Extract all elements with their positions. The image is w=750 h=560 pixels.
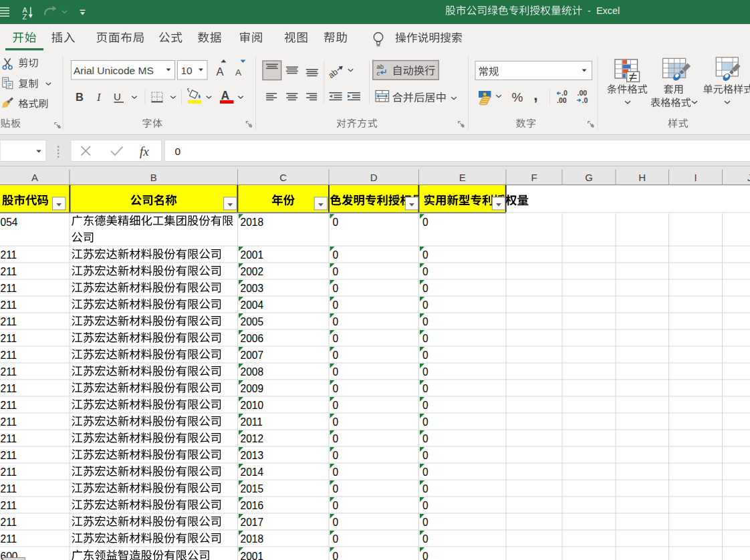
- svg-text:2017: 2017: [241, 517, 264, 528]
- svg-text:211: 211: [1, 483, 17, 495]
- svg-text:0: 0: [422, 483, 428, 495]
- svg-text:I: I: [694, 172, 697, 183]
- svg-text:F: F: [531, 172, 537, 183]
- svg-text:2002: 2002: [241, 266, 264, 277]
- svg-text:A: A: [31, 172, 38, 183]
- svg-text:0: 0: [333, 299, 339, 311]
- svg-text:H: H: [638, 172, 646, 183]
- svg-text:0: 0: [333, 551, 339, 560]
- svg-text:0: 0: [333, 366, 339, 378]
- svg-text:- Excel: - Excel: [588, 5, 620, 16]
- svg-text:0: 0: [333, 533, 339, 545]
- svg-text:2010: 2010: [241, 400, 264, 411]
- svg-text:0: 0: [333, 483, 339, 495]
- svg-text:211: 211: [1, 366, 17, 378]
- svg-text:Z: Z: [23, 13, 27, 21]
- svg-text:2016: 2016: [241, 500, 264, 511]
- svg-text:0: 0: [333, 333, 339, 344]
- svg-text:0: 0: [333, 316, 339, 327]
- svg-text:0: 0: [333, 216, 339, 227]
- svg-text:0: 0: [422, 400, 428, 411]
- svg-text:0: 0: [333, 450, 339, 461]
- svg-text:211: 211: [1, 316, 17, 327]
- svg-text:0: 0: [333, 266, 339, 277]
- svg-text:211: 211: [1, 383, 17, 394]
- svg-text:2015: 2015: [241, 483, 264, 495]
- svg-text:2003: 2003: [241, 283, 264, 294]
- svg-text:2009: 2009: [241, 383, 264, 394]
- svg-text:0: 0: [333, 466, 339, 478]
- svg-text:211: 211: [1, 266, 17, 277]
- svg-text:0: 0: [422, 450, 428, 461]
- svg-text:0: 0: [422, 416, 428, 428]
- svg-text:211: 211: [1, 333, 17, 344]
- svg-text:0: 0: [422, 316, 428, 327]
- svg-text:0: 0: [422, 249, 428, 261]
- svg-text:2007: 2007: [241, 349, 264, 361]
- svg-text:Arial Unicode MS: Arial Unicode MS: [74, 65, 154, 76]
- svg-text:D: D: [370, 172, 378, 183]
- svg-text:2018: 2018: [241, 533, 264, 545]
- svg-text:0: 0: [333, 349, 339, 361]
- svg-text:211: 211: [1, 500, 17, 511]
- svg-text:0: 0: [333, 383, 339, 394]
- svg-text:0: 0: [333, 283, 339, 294]
- svg-text:211: 211: [1, 533, 17, 545]
- svg-text:211: 211: [1, 400, 17, 411]
- svg-text:2001: 2001: [241, 551, 264, 560]
- svg-text:10: 10: [181, 65, 193, 76]
- svg-text:0: 0: [422, 517, 428, 528]
- svg-text:J: J: [747, 172, 750, 183]
- svg-text:0: 0: [422, 266, 428, 277]
- svg-text:0: 0: [422, 533, 428, 545]
- svg-text:2008: 2008: [241, 366, 264, 378]
- svg-text:c: c: [377, 69, 380, 77]
- svg-text:A: A: [217, 65, 224, 78]
- svg-text:211: 211: [1, 433, 17, 444]
- svg-text:0: 0: [333, 500, 339, 511]
- svg-text:0: 0: [422, 433, 428, 444]
- svg-text:0: 0: [422, 466, 428, 478]
- svg-text:0: 0: [422, 283, 428, 294]
- svg-text:2018: 2018: [241, 216, 264, 227]
- svg-text:G: G: [585, 172, 593, 183]
- svg-text:,: ,: [533, 86, 538, 104]
- svg-text:0: 0: [333, 400, 339, 411]
- svg-text:2012: 2012: [241, 433, 264, 444]
- svg-text:211: 211: [1, 249, 17, 261]
- svg-text:0: 0: [422, 500, 428, 511]
- svg-text:2005: 2005: [241, 316, 264, 327]
- svg-text:fx: fx: [140, 144, 149, 158]
- svg-text:2006: 2006: [241, 333, 264, 344]
- svg-text:2001: 2001: [241, 249, 264, 261]
- svg-text:U: U: [114, 91, 121, 102]
- svg-text:0: 0: [333, 517, 339, 528]
- svg-text:2014: 2014: [241, 466, 264, 478]
- svg-text:0: 0: [422, 383, 428, 394]
- svg-text:0: 0: [333, 433, 339, 444]
- svg-text:0: 0: [333, 416, 339, 428]
- svg-text:0: 0: [422, 551, 428, 560]
- svg-text:.00: .00: [557, 96, 567, 104]
- svg-text:0: 0: [422, 333, 428, 344]
- svg-text:.0: .0: [582, 96, 588, 104]
- svg-text:B: B: [76, 91, 84, 103]
- svg-text:2013: 2013: [241, 450, 264, 461]
- svg-text:211: 211: [1, 283, 17, 294]
- svg-text:%: %: [512, 90, 523, 104]
- svg-text:0: 0: [422, 366, 428, 378]
- svg-text:2004: 2004: [241, 299, 264, 311]
- svg-text:E: E: [459, 172, 466, 183]
- svg-text:211: 211: [1, 416, 17, 428]
- svg-text:211: 211: [1, 450, 17, 461]
- svg-text:2011: 2011: [241, 416, 263, 428]
- svg-text:C: C: [279, 172, 287, 183]
- svg-text:211: 211: [1, 349, 17, 361]
- svg-text:211: 211: [1, 517, 17, 528]
- svg-text:054: 054: [1, 216, 18, 227]
- svg-text:A: A: [235, 67, 241, 78]
- svg-text:0: 0: [422, 299, 428, 311]
- svg-text:211: 211: [1, 466, 17, 478]
- svg-text:0: 0: [175, 146, 181, 157]
- svg-text:211: 211: [1, 299, 17, 311]
